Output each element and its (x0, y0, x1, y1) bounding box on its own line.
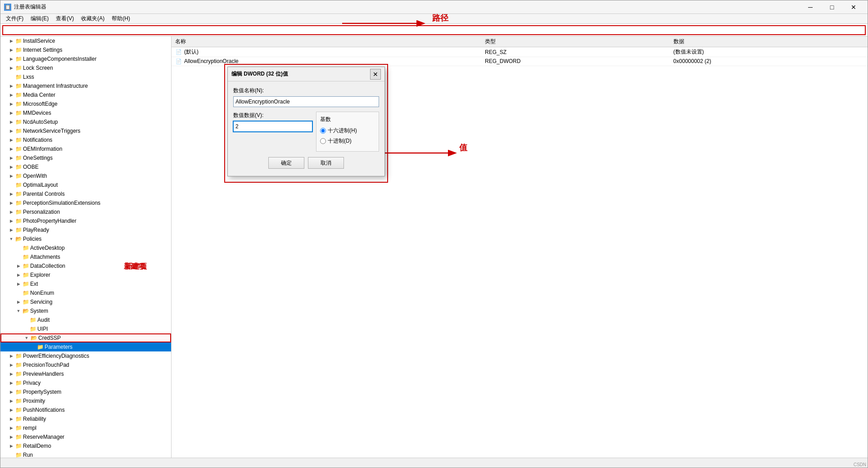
expander-RetailDemo[interactable]: ▶ (8, 444, 15, 448)
expander-Policies[interactable]: ▼ (8, 237, 15, 241)
expander-OEMInformation[interactable]: ▶ (8, 147, 15, 151)
ok-button[interactable]: 确定 (268, 157, 304, 169)
tree-item-MediaCenter[interactable]: ▶ 📁 Media Center (0, 90, 171, 99)
expander-MMDevices[interactable]: ▶ (8, 111, 15, 115)
tree-item-InstallService[interactable]: ▶ 📁 InstallService (0, 36, 171, 45)
tree-panel[interactable]: ▶ 📁 InstallService ▶ 📁 Internet Settings… (0, 36, 172, 458)
tree-item-DataCollection[interactable]: ▶ 📁 DataCollection (0, 261, 171, 270)
tree-item-System[interactable]: ▼ 📂 System (0, 306, 171, 315)
expander-Proximity[interactable]: ▶ (8, 399, 15, 403)
expander-Servicing[interactable]: ▶ (15, 300, 22, 304)
expander-DataCollection[interactable]: ▶ (15, 264, 22, 268)
tree-item-Explorer[interactable]: ▶ 📁 Explorer (0, 270, 171, 279)
tree-item-Reliability[interactable]: ▶ 📁 Reliability (0, 414, 171, 423)
tree-item-MicrosoftEdge[interactable]: ▶ 📁 MicrosoftEdge (0, 99, 171, 108)
tree-item-Policies[interactable]: ▼ 📂 Policies (0, 234, 171, 243)
tree-item-PushNotifications[interactable]: ▶ 📁 PushNotifications (0, 405, 171, 414)
expander-ParentalControls[interactable]: ▶ (8, 192, 15, 196)
tree-item-OEMInformation[interactable]: ▶ 📁 OEMInformation (0, 144, 171, 153)
tree-item-Audit[interactable]: ▶ 📁 Audit (0, 315, 171, 324)
expander-ManagementInfrastructure[interactable]: ▶ (8, 84, 15, 88)
menu-favorites[interactable]: 收藏夹(A) (77, 14, 108, 23)
tree-item-OptimalLayout[interactable]: ▶ 📁 OptimalLayout (0, 180, 171, 189)
tree-item-ParentalControls[interactable]: ▶ 📁 Parental Controls (0, 189, 171, 198)
tree-item-NonEnum[interactable]: ▶ 📁 NonEnum (0, 288, 171, 297)
maximize-button[interactable]: □ (822, 0, 842, 14)
tree-item-Ext[interactable]: ▶ 📁 Ext (0, 279, 171, 288)
tree-item-rempl[interactable]: ▶ 📁 rempl (0, 423, 171, 432)
menu-edit[interactable]: 编辑(E) (27, 14, 52, 23)
expander-PhotoPropertyHandler[interactable]: ▶ (8, 219, 15, 223)
tree-item-UIPI[interactable]: ▶ 📁 UIPI (0, 324, 171, 333)
expander-Notifications[interactable]: ▶ (8, 138, 15, 142)
tree-item-PerceptionSimulationExtensions[interactable]: ▶ 📁 PerceptionSimulationExtensions (0, 198, 171, 207)
tree-item-Proximity[interactable]: ▶ 📁 Proximity (0, 396, 171, 405)
expander-InternetSettings[interactable]: ▶ (8, 48, 15, 52)
tree-item-Personalization[interactable]: ▶ 📁 Personalization (0, 207, 171, 216)
tree-item-OOBE[interactable]: ▶ 📁 OOBE (0, 162, 171, 171)
dialog-close-button[interactable]: ✕ (370, 69, 381, 80)
name-field-input[interactable] (233, 96, 379, 107)
menu-file[interactable]: 文件(F) (2, 14, 27, 23)
tree-item-Attachments[interactable]: ▶ 📁 Attachments (0, 252, 171, 261)
edit-dword-dialog[interactable]: 编辑 DWORD (32 位)值 ✕ 数值名称(N): 数值数据(V): 基数 … (227, 67, 385, 176)
tree-item-PreviewHandlers[interactable]: ▶ 📁 PreviewHandlers (0, 369, 171, 378)
expander-Ext[interactable]: ▶ (15, 282, 22, 286)
tree-item-LockScreen[interactable]: ▶ 📁 Lock Screen (0, 63, 171, 72)
expander-NetworkServiceTriggers[interactable]: ▶ (8, 129, 15, 133)
expander-ReserveManager[interactable]: ▶ (8, 435, 15, 439)
menu-help[interactable]: 帮助(H) (108, 14, 134, 23)
dec-radio-option[interactable]: 十进制(D) (320, 137, 375, 145)
tree-item-InternetSettings[interactable]: ▶ 📁 Internet Settings (0, 45, 171, 54)
expander-PushNotifications[interactable]: ▶ (8, 408, 15, 412)
tree-item-Servicing[interactable]: ▶ 📁 Servicing (0, 297, 171, 306)
menu-view[interactable]: 查看(V) (52, 14, 77, 23)
tree-item-Parameters[interactable]: ▶ 📁 Parameters (0, 342, 171, 351)
expander-Privacy[interactable]: ▶ (8, 381, 15, 385)
expander-PerceptionSimulationExtensions[interactable]: ▶ (8, 201, 15, 205)
expander-OpenWith[interactable]: ▶ (8, 174, 15, 178)
tree-item-CredSSP[interactable]: ▼ 📂 CredSSP (0, 333, 171, 342)
cancel-button[interactable]: 取消 (308, 157, 344, 169)
tree-item-ManagementInfrastructure[interactable]: ▶ 📁 Management Infrastructure (0, 81, 171, 90)
expander-Reliability[interactable]: ▶ (8, 417, 15, 421)
expander-PowerEfficiencyDiagnostics[interactable]: ▶ (8, 354, 15, 358)
expander-NcdAutoSetup[interactable]: ▶ (8, 120, 15, 124)
expander-PrecisionTouchPad[interactable]: ▶ (8, 363, 15, 367)
expander-PreviewHandlers[interactable]: ▶ (8, 372, 15, 376)
tree-item-RetailDemo[interactable]: ▶ 📁 RetailDemo (0, 441, 171, 450)
tree-item-Run[interactable]: ▶ 📁 Run (0, 450, 171, 458)
tree-item-OneSettings[interactable]: ▶ 📁 OneSettings (0, 153, 171, 162)
tree-item-Notifications[interactable]: ▶ 📁 Notifications (0, 135, 171, 144)
tree-item-PhotoPropertyHandler[interactable]: ▶ 📁 PhotoPropertyHandler (0, 216, 171, 225)
expander-InstallService[interactable]: ▶ (8, 39, 15, 43)
expander-MicrosoftEdge[interactable]: ▶ (8, 102, 15, 106)
table-row[interactable]: 📄(默认) REG_SZ (数值未设置) (172, 47, 868, 57)
expander-Personalization[interactable]: ▶ (8, 210, 15, 214)
expander-rempl[interactable]: ▶ (8, 426, 15, 430)
expander-LanguageComponentsInstaller[interactable]: ▶ (8, 57, 15, 61)
tree-item-PowerEfficiencyDiagnostics[interactable]: ▶ 📁 PowerEfficiencyDiagnostics (0, 351, 171, 360)
tree-item-Lxss[interactable]: ▶ 📁 Lxss (0, 72, 171, 81)
expander-LockScreen[interactable]: ▶ (8, 66, 15, 70)
tree-item-ReserveManager[interactable]: ▶ 📁 ReserveManager (0, 432, 171, 441)
tree-item-MMDevices[interactable]: ▶ 📁 MMDevices (0, 108, 171, 117)
expander-PropertySystem[interactable]: ▶ (8, 390, 15, 394)
tree-item-Privacy[interactable]: ▶ 📁 Privacy (0, 378, 171, 387)
tree-item-PropertySystem[interactable]: ▶ 📁 PropertySystem (0, 387, 171, 396)
tree-item-LanguageComponentsInstaller[interactable]: ▶ 📁 LanguageComponentsInstaller (0, 54, 171, 63)
tree-item-PlayReady[interactable]: ▶ 📁 PlayReady (0, 225, 171, 234)
hex-radio-option[interactable]: 十六进制(H) (320, 127, 375, 135)
tree-item-NetworkServiceTriggers[interactable]: ▶ 📁 NetworkServiceTriggers (0, 126, 171, 135)
expander-Explorer[interactable]: ▶ (15, 273, 22, 277)
expander-System[interactable]: ▼ (15, 309, 22, 313)
table-row[interactable]: 📄AllowEncryptionOracle REG_DWORD 0x00000… (172, 57, 868, 66)
tree-item-ActiveDesktop[interactable]: ▶ 📁 ActiveDesktop (0, 243, 171, 252)
minimize-button[interactable]: ─ (800, 0, 821, 14)
expander-OneSettings[interactable]: ▶ (8, 156, 15, 160)
address-input[interactable]: 计算机\HKEY_LOCAL_MACHINE\SOFTWARE\Microsof… (2, 25, 866, 35)
expander-MediaCenter[interactable]: ▶ (8, 93, 15, 97)
tree-item-PrecisionTouchPad[interactable]: ▶ 📁 PrecisionTouchPad (0, 360, 171, 369)
expander-CredSSP[interactable]: ▼ (23, 336, 30, 340)
expander-OOBE[interactable]: ▶ (8, 165, 15, 169)
